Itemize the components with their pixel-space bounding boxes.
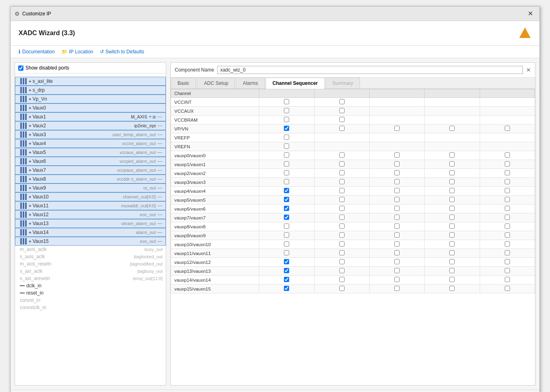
col1-checkbox[interactable] [284,268,289,273]
col5-checkbox[interactable] [505,179,510,184]
col3-checkbox[interactable] [394,259,400,264]
col2-checkbox[interactable] [339,99,345,104]
col1-cell[interactable] [259,107,314,116]
col4-checkbox[interactable] [449,223,455,229]
port-item-vaux14[interactable]: + Vaux14 alarm_out — [15,228,166,237]
col1-checkbox[interactable] [284,108,289,113]
col3-checkbox[interactable] [394,170,400,175]
col2-checkbox[interactable] [339,197,345,202]
col3-cell[interactable] [369,169,424,178]
col4-checkbox[interactable] [449,170,455,175]
col2-checkbox[interactable] [339,108,345,113]
col1-checkbox[interactable] [284,135,289,140]
col1-checkbox[interactable] [284,143,289,149]
tab-basic[interactable]: Basic [171,78,196,89]
col1-cell[interactable] [259,151,314,160]
col2-cell[interactable] [314,249,369,258]
col2-checkbox[interactable] [339,170,345,175]
port-item-vaux1[interactable]: + Vaux1 M_AXIS + ⊞ — [15,112,166,121]
col2-cell[interactable] [314,213,369,222]
col4-checkbox[interactable] [449,268,455,273]
col5-checkbox[interactable] [505,206,510,211]
col1-checkbox[interactable] [284,215,289,220]
col2-checkbox[interactable] [339,250,345,255]
col3-checkbox[interactable] [394,268,400,273]
col4-checkbox[interactable] [449,126,455,131]
port-item-vaux0[interactable]: + Vaux0 [15,103,166,112]
col4-cell[interactable] [425,187,480,196]
col4-cell[interactable] [425,267,480,276]
col2-checkbox[interactable] [339,152,345,158]
col3-checkbox[interactable] [394,223,400,229]
tab-adc-setup[interactable]: ADC Setup [197,78,235,89]
port-item-vaux13[interactable]: + Vaux13 vbram_alarm_out — [15,219,166,228]
col4-cell[interactable] [425,160,480,169]
col4-cell[interactable] [425,151,480,160]
col3-checkbox[interactable] [394,197,400,202]
col3-checkbox[interactable] [394,188,400,193]
port-item-vaux15[interactable]: + Vaux15 eos_out — [15,237,166,246]
col1-cell[interactable] [259,276,314,285]
col5-cell[interactable] [480,240,535,249]
switch-defaults-button[interactable]: ↺ Switch to Defaults [100,49,144,55]
col3-checkbox[interactable] [394,152,400,158]
col4-cell[interactable] [425,249,480,258]
col4-checkbox[interactable] [449,259,455,264]
col2-checkbox[interactable] [339,277,345,282]
col3-cell[interactable] [369,196,424,204]
col2-checkbox[interactable] [339,223,345,229]
col3-cell[interactable] [369,240,424,249]
col3-cell[interactable] [369,187,424,196]
col3-cell[interactable] [369,222,424,231]
col4-checkbox[interactable] [449,215,455,220]
col1-cell[interactable] [259,249,314,258]
col5-checkbox[interactable] [505,232,510,238]
col5-cell[interactable] [480,160,535,169]
col5-cell[interactable] [480,249,535,258]
ip-location-button[interactable]: 📁 IP Location [61,49,93,55]
col1-checkbox[interactable] [284,206,289,211]
col2-cell[interactable] [314,204,369,213]
col4-cell[interactable] [425,196,480,204]
col1-cell[interactable] [259,187,314,196]
col4-checkbox[interactable] [449,277,455,282]
col5-cell[interactable] [480,285,535,293]
col4-cell[interactable] [425,178,480,187]
col1-cell[interactable] [259,124,314,133]
col5-cell[interactable] [480,204,535,213]
port-item-vp-vn[interactable]: + Vp_Vn [15,95,166,103]
port-item-vaux12[interactable]: + Vaux12 eoc_out — [15,210,166,219]
port-item-reset-in[interactable]: reset_in [15,289,166,297]
col4-cell[interactable] [425,276,480,285]
col2-cell[interactable] [314,196,369,204]
col1-cell[interactable] [259,222,314,231]
col5-checkbox[interactable] [505,259,510,264]
col3-checkbox[interactable] [394,250,400,255]
col3-checkbox[interactable] [394,286,400,291]
col5-cell[interactable] [480,213,535,222]
col5-checkbox[interactable] [505,126,510,131]
col5-checkbox[interactable] [505,277,510,282]
col4-cell[interactable] [425,169,480,178]
col2-checkbox[interactable] [339,126,345,131]
col2-checkbox[interactable] [339,259,345,264]
col1-cell[interactable] [259,169,314,178]
col5-checkbox[interactable] [505,170,510,175]
port-item-m-axis-resetn[interactable]: m_axis_resetn jtagmodified_out [15,260,166,268]
col5-cell[interactable] [480,276,535,285]
col1-cell[interactable] [259,204,314,213]
col5-cell[interactable] [480,178,535,187]
close-panel-button[interactable]: ✕ [526,67,531,73]
tab-channel-sequencer[interactable]: Channel Sequencer [266,78,325,89]
col1-checkbox[interactable] [284,259,289,264]
port-item-vaux5[interactable]: + Vaux5 vccaux_alarm_out — [15,148,166,157]
col3-cell[interactable] [369,276,424,285]
col5-cell[interactable] [480,267,535,276]
col3-checkbox[interactable] [394,126,400,131]
col3-cell[interactable] [369,204,424,213]
col3-cell[interactable] [369,151,424,160]
col1-checkbox[interactable] [284,232,289,238]
col3-checkbox[interactable] [394,161,400,166]
col2-checkbox[interactable] [339,117,345,122]
col2-cell[interactable] [314,107,369,116]
